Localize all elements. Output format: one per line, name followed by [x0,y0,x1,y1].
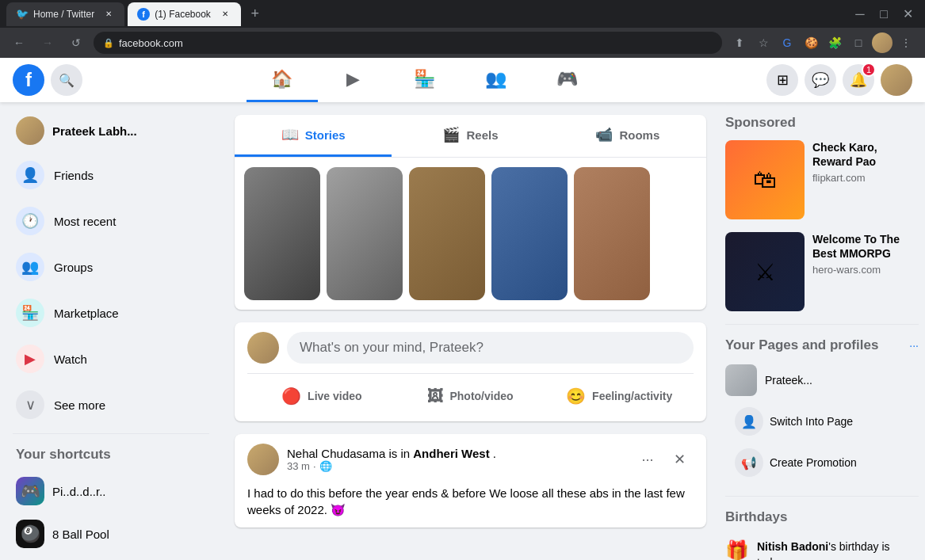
page-name: Prateek... [765,374,812,387]
close-button[interactable]: ✕ [896,3,919,25]
fb-nav: 🏠 ▶ 🏪 👥 🎮 [82,58,766,102]
sidebar-item-most-recent[interactable]: 🕐 Most recent [6,199,216,243]
ad-1-domain: flipkart.com [812,172,919,184]
story-card-4[interactable] [491,167,568,300]
nav-marketplace[interactable]: 🏪 [389,58,461,102]
post-more-button[interactable]: ··· [633,445,662,474]
extension-google-icon[interactable]: G [776,32,798,54]
birthdays-section: Birthdays 🎁 Nitish Badoni's birthday is … [725,509,919,560]
story-card-2[interactable] [327,167,403,300]
fb-search-button[interactable]: 🔍 [51,64,82,96]
menu-button[interactable]: ⋮ [895,32,917,54]
post-input-row: What's on your mind, Prateek? [247,332,694,364]
tab-rooms[interactable]: 📹 Rooms [549,115,706,157]
ad-item-1[interactable]: 🛍 Check Karo, Reward Pao flipkart.com [725,140,919,219]
right-divider-2 [725,496,919,497]
story-card-3[interactable] [409,167,485,300]
sidebar-item-watch[interactable]: ▶ Watch [6,337,216,381]
switch-into-page-button[interactable]: 👤 Switch Into Page [725,401,919,442]
close-tab-twitter[interactable]: ✕ [102,8,115,21]
nav-groups[interactable]: 👥 [461,58,532,102]
rooms-icon: 📹 [595,126,613,143]
story-tabs: 📖 Stories 🎬 Reels 📹 Rooms [235,115,706,158]
fb-logo[interactable]: f [13,64,44,96]
sponsored-section: Sponsored 🛍 Check Karo, Reward Pao flipk… [725,115,919,311]
notification-badge: 1 [862,63,876,77]
post-user-info: Nehal Chudasama is in Andheri West . 33 … [287,447,625,472]
post-text: I had to do this before the year ends & … [235,485,706,528]
sidebar-user[interactable]: Prateek Labh... [6,110,216,151]
url-input[interactable]: 🔒 facebook.com [94,32,722,54]
post-creator-avatar [247,332,279,364]
messenger-button[interactable]: 💬 [805,64,836,96]
pages-profiles-section: Your Pages and profiles ··· Prateek... 👤… [725,337,919,483]
sidebar-item-groups[interactable]: 👥 Groups [6,245,216,289]
ad-2-title: Welcome To The Best MMORPG [812,232,919,261]
shortcut-item-airline[interactable]: ✈ Airline Manager 4 [6,556,216,560]
story-card-5[interactable] [574,167,650,300]
puzzle-icon[interactable]: 🧩 [824,32,846,54]
cookie-icon[interactable]: 🍪 [800,32,822,54]
post-user-avatar[interactable] [247,444,279,475]
post-privacy-icon: 🌐 [319,460,332,472]
most-recent-label: Most recent [54,215,116,228]
apps-button[interactable]: ⊞ [766,64,798,96]
new-tab-button[interactable]: + [244,3,266,25]
fb-header-right: ⊞ 💬 🔔 1 [766,64,912,96]
tab-twitter[interactable]: 🐦 Home / Twitter ✕ [6,2,124,26]
live-video-icon: 🔴 [281,387,301,406]
nav-home[interactable]: 🏠 [247,58,318,102]
tab-reels[interactable]: 🎬 Reels [392,115,549,157]
create-promotion-button[interactable]: 📢 Create Promotion [725,442,919,483]
reels-icon: 🎬 [442,126,460,143]
shortcuts-title: Your shortcuts [0,440,222,469]
ad-item-2[interactable]: ⚔ Welcome To The Best MMORPG hero-wars.c… [725,232,919,311]
cast-icon[interactable]: □ [847,32,870,54]
friends-icon: 👤 [16,161,44,189]
forward-button[interactable]: → [36,32,59,54]
close-tab-facebook[interactable]: ✕ [219,8,231,21]
sidebar-item-marketplace[interactable]: 🏪 Marketplace [6,291,216,335]
back-button[interactable]: ← [8,32,30,54]
groups-icon: 👥 [16,253,44,281]
photo-video-button[interactable]: 🖼 Photo/video [396,380,545,412]
feeling-icon: 😊 [566,387,586,406]
page-avatar [725,364,757,396]
sidebar-item-friends[interactable]: 👤 Friends [6,153,216,197]
sponsored-title: Sponsored [725,115,919,131]
facebook-app: f 🔍 🏠 ▶ 🏪 👥 🎮 ⊞ 💬 🔔 1 Prateek Labh... [0,58,925,560]
notifications-button[interactable]: 🔔 1 [843,64,874,96]
watch-label: Watch [54,352,87,366]
maximize-button[interactable]: □ [873,3,895,25]
sidebar-item-see-more[interactable]: ∨ See more [6,383,216,427]
feed-post-1: Nehal Chudasama is in Andheri West . 33 … [235,434,706,528]
pages-more-button[interactable]: ··· [909,339,919,352]
switch-label: Switch Into Page [770,415,853,428]
nav-video[interactable]: ▶ [318,58,389,102]
bookmark-icon[interactable]: ☆ [752,32,774,54]
share-icon[interactable]: ⬆ [728,32,751,54]
tab-stories[interactable]: 📖 Stories [235,115,392,157]
profile-avatar[interactable] [881,64,912,96]
post-close-button[interactable]: ✕ [665,445,694,474]
shortcut-1-label: Pi..d..d..r.. [52,485,106,498]
profile-button[interactable] [871,32,893,54]
promo-label: Create Promotion [770,456,857,469]
page-item: Prateek... [725,360,919,401]
live-video-button[interactable]: 🔴 Live video [247,380,396,412]
shortcut-8ball-icon: 🎱 [16,520,44,548]
reload-button[interactable]: ↺ [65,32,87,54]
friends-label: Friends [54,169,94,182]
shortcut-item-8ball[interactable]: 🎱 8 Ball Pool [6,513,216,554]
shortcut-8ball-label: 8 Ball Pool [52,528,109,541]
tab-facebook[interactable]: f (1) Facebook ✕ [128,2,241,26]
shortcut-item-1[interactable]: 🎮 Pi..d..d..r.. [6,470,216,512]
story-card-1[interactable] [244,167,320,300]
feeling-activity-button[interactable]: 😊 Feeling/activity [545,380,694,412]
minimize-button[interactable]: ─ [849,3,871,25]
fb-header: f 🔍 🏠 ▶ 🏪 👥 🎮 ⊞ 💬 🔔 1 [0,58,925,102]
right-sidebar: Sponsored 🛍 Check Karo, Reward Pao flipk… [719,102,925,560]
post-input[interactable]: What's on your mind, Prateek? [287,332,694,364]
nav-gaming[interactable]: 🎮 [532,58,603,102]
stories-container [235,158,706,310]
